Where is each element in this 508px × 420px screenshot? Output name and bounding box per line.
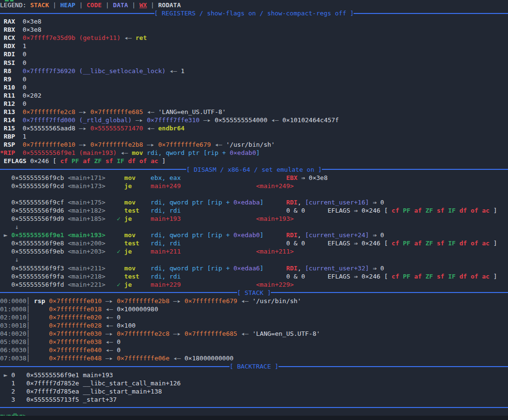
- text-segment: 0: [23, 100, 26, 107]
- text-segment: 0×7fffffffe2b8: [117, 297, 170, 305]
- text-segment: <main+175>: [68, 199, 105, 206]
- text-segment: [30, 338, 49, 345]
- text-segment: 0×55555556f9d6: [11, 207, 64, 214]
- text-segment: [132, 281, 151, 288]
- text-segment: 0×edaba: [233, 199, 260, 206]
- text-segment: sf: [437, 240, 448, 247]
- text-segment: mov: [124, 174, 135, 181]
- text-segment: [305, 207, 328, 214]
- text-segment: [30, 322, 49, 329]
- text-segment: [15, 380, 26, 387]
- text-segment: 0×18000000000: [185, 355, 234, 362]
- text-segment: mov: [124, 199, 135, 206]
- text-segment: 0×3e8: [23, 26, 41, 33]
- backtrace-frame-1: 1 0×7ffff7d7852e __libc_start_call_main+…: [0, 379, 508, 387]
- text-segment: cf: [60, 157, 71, 165]
- text-segment: 'LANG=en_US.UTF-8': [158, 108, 226, 115]
- text-segment: 0×7fffffffe018: [49, 305, 102, 313]
- text-segment: 0×edab0: [233, 231, 260, 239]
- text-segment: sf: [437, 273, 448, 280]
- text-segment: [0, 248, 11, 255]
- disasm-fallthrough-row: ↓: [0, 255, 508, 264]
- text-segment: STACK: [30, 1, 49, 9]
- disasm-row-main-175: 0×55555556f9cf <main+175> mov rdi, qword…: [0, 198, 508, 206]
- text-segment: PF: [403, 240, 414, 247]
- text-segment: of: [140, 157, 151, 165]
- text-segment: *RIP: [0, 149, 23, 156]
- text-segment: [current_user+16]: [305, 199, 369, 206]
- text-segment: [181, 174, 286, 181]
- text-segment: [181, 215, 256, 222]
- register-row-rbp: RBP 1: [0, 132, 508, 140]
- section-rule: [271, 292, 508, 293]
- text-segment: R8: [0, 67, 23, 75]
- text-segment: WX: [140, 1, 147, 9]
- text-segment: [0, 182, 11, 190]
- text-segment: 0×555555554000: [215, 116, 267, 124]
- disasm-row-main-218: 0×55555556f9fa <main+218> test rdi, rdi …: [0, 272, 508, 280]
- text-segment: cf: [392, 207, 403, 214]
- section-rule: [0, 292, 237, 293]
- text-segment: 0×55555556f9e1 (main+193): [23, 149, 117, 156]
- text-segment: 0×edaa6: [233, 265, 260, 272]
- disasm-row-main-211: 0×55555556f9f3 <main+211> mov rdi, qword…: [0, 264, 508, 272]
- register-row-rip: *RIP 0×55555556f9e1 (main+193) ◂— mov rd…: [0, 149, 508, 157]
- text-segment: ⇒ 0: [369, 265, 384, 272]
- register-row-rbx: RBX 0×3e8: [0, 25, 508, 34]
- text-segment: 0×7ffff7e35d9b (getuid+11): [23, 34, 121, 41]
- disasm-row-main-200: 0×55555556f9e8 <main+200> test rdi, rdi …: [0, 239, 508, 247]
- text-segment: |: [128, 1, 139, 9]
- text-segment: [0, 273, 11, 280]
- text-segment: 0×5555555713f5 _start+37: [26, 396, 117, 403]
- text-segment: 0×246 [: [30, 157, 61, 165]
- text-segment: 0×7fffffffe040: [49, 346, 102, 354]
- stack-row-01: 01:0008│ 0×7fffffffe018 ◂— 0×100000980: [0, 305, 508, 313]
- fallthrough-arrow-icon: ↓: [0, 223, 19, 230]
- text-segment: 03:0018│: [0, 322, 30, 329]
- text-segment: ZF: [426, 207, 437, 214]
- points-to-arrow: ◂—: [267, 116, 282, 124]
- text-segment: <main+211>: [68, 265, 105, 272]
- text-segment: 0×7ffff7f36920 (__libc_setlocale_lock): [23, 67, 165, 75]
- text-segment: LEGEND:: [0, 1, 30, 9]
- text-segment: rdi, qword ptr [rip +: [151, 265, 233, 272]
- text-segment: ,: [297, 199, 305, 206]
- text-segment: RSI: [0, 59, 23, 66]
- text-segment: of: [470, 240, 482, 247]
- text-segment: [264, 231, 286, 239]
- text-segment: ac: [151, 157, 158, 165]
- text-segment: mov: [124, 265, 135, 272]
- backtrace-frame-3: 3 0×5555555713f5 _start+37: [0, 395, 508, 404]
- text-segment: '/usr/bin/sh': [226, 141, 275, 148]
- text-segment: 04:0020│: [0, 330, 30, 337]
- text-segment: [132, 182, 151, 190]
- text-segment: [136, 199, 151, 206]
- text-segment: je: [124, 281, 132, 288]
- text-segment: [30, 305, 49, 313]
- text-segment: [30, 330, 49, 337]
- text-segment: rdi, rdi: [151, 207, 181, 214]
- text-segment: 'LANG=en_US.UTF-8': [252, 330, 320, 337]
- terminal[interactable]: LEGEND: STACK | HEAP | CODE | DATA | WX …: [0, 0, 508, 420]
- register-row-eflags: EFLAGS 0×246 [ cf PF af ZF sf IF df of a…: [0, 157, 508, 165]
- stack-row-06: 06:0030│ 0×7fffffffe040 ◂— 0: [0, 346, 508, 354]
- register-row-r9: R9 0: [0, 75, 508, 83]
- text-segment: |: [102, 1, 113, 9]
- terminal-bottom-edge: [0, 416, 508, 420]
- text-segment: [64, 199, 68, 206]
- points-to-arrow: ◂—: [143, 108, 158, 115]
- text-segment: [136, 174, 151, 181]
- text-segment: ret: [136, 34, 147, 41]
- text-segment: main+211: [151, 248, 181, 255]
- text-segment: af: [414, 240, 425, 247]
- text-segment: 0 & 0: [286, 207, 305, 214]
- text-segment: <main+211>: [256, 248, 293, 255]
- text-segment: [105, 281, 116, 288]
- disasm-blank-row: [0, 190, 508, 198]
- text-segment: ebx, eax: [151, 174, 181, 181]
- text-segment: EFLAGS ⇒ 0×246 [: [328, 207, 392, 214]
- text-segment: 0×7fffffffe028: [49, 322, 102, 329]
- text-segment: ]: [260, 265, 264, 272]
- text-segment: [305, 273, 328, 280]
- points-to-arrow: ◂—: [169, 355, 184, 362]
